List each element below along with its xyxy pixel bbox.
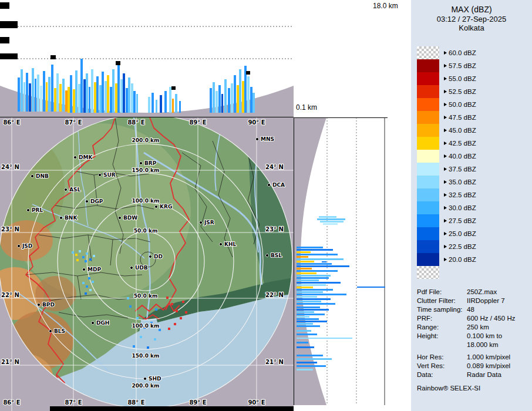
echo-pixel	[92, 281, 94, 283]
echo-pixel	[221, 94, 223, 113]
scale-label: 25.0 dBZ	[449, 230, 476, 237]
info-row: Time sampling:48	[417, 305, 532, 314]
info-key: Data:	[417, 370, 467, 379]
scale-tick-icon	[444, 64, 447, 68]
echo-pixel	[297, 316, 309, 318]
scale-tick-icon	[444, 129, 447, 132]
echo-pixel	[319, 216, 336, 218]
echo-pixel	[80, 59, 83, 113]
echo-pixel	[242, 81, 244, 113]
echo-pixel	[50, 55, 56, 59]
echo-pixel	[297, 318, 319, 320]
scale-swatch	[417, 150, 439, 163]
echo-pixel	[65, 90, 68, 112]
echo-pixel	[168, 328, 170, 330]
max-projection-ew-panel[interactable]	[0, 0, 294, 117]
lon-label: 88° E	[127, 119, 144, 126]
station-name: Kolkata	[417, 23, 526, 32]
echo-pixel	[297, 279, 319, 281]
echo-pixel	[297, 258, 344, 260]
echo-pixel	[73, 89, 75, 113]
scale-row: 42.5 dBZ	[417, 137, 532, 150]
echo-pixel	[297, 365, 326, 367]
scale-row: 45.0 dBZ	[417, 124, 532, 137]
scale-swatch	[417, 137, 439, 150]
lon-label: 90° E	[248, 399, 265, 406]
echo-pixel	[88, 277, 90, 279]
axis-label-block	[0, 53, 18, 59]
scale-row: 22.5 dBZ	[417, 240, 532, 253]
echo-pixel	[156, 100, 157, 113]
echo-pixel	[250, 87, 252, 113]
echo-pixel	[246, 71, 250, 75]
scale-row: 57.5 dBZ	[417, 59, 532, 72]
city-label: JSR	[204, 220, 214, 225]
echo-pixel	[172, 99, 174, 113]
echo-pixel	[151, 93, 154, 113]
scale-swatch	[417, 188, 439, 201]
scale-swatch	[417, 240, 439, 253]
echo-pixel	[117, 63, 120, 113]
min-height-label: 0.1 km	[296, 103, 317, 112]
lon-label: 88° E	[127, 399, 144, 406]
echo-pixel	[297, 362, 317, 363]
scale-row: 52.5 dBZ	[417, 85, 532, 98]
echo-pixel	[297, 355, 323, 356]
echo-pixel	[155, 308, 157, 311]
scale-tick-icon	[444, 206, 447, 210]
product-title: MAX (dBZ)	[417, 5, 526, 15]
lat-label: 22° N	[1, 292, 19, 298]
echo-pixel	[216, 91, 218, 113]
echo-pixel	[82, 282, 85, 284]
echo-pixel	[120, 79, 123, 113]
scale-label: 37.5 dBZ	[449, 166, 476, 173]
legend-panel: MAX (dBZ) 03:12 / 27-Sep-2025 Kolkata 60…	[411, 0, 532, 411]
info-row: Clutter Filter:IIRDoppler 7	[417, 297, 532, 305]
echo-pixel	[133, 91, 136, 113]
scale-label: 57.5 dBZ	[449, 62, 476, 69]
echo-pixel	[176, 310, 178, 312]
scale-row	[417, 266, 532, 279]
echo-pixel	[231, 83, 233, 113]
info-row: 18.000 km	[417, 341, 532, 349]
range-ring-label: 200.0 km	[132, 137, 160, 143]
info-key: Time sampling:	[417, 305, 467, 314]
lat-label: 21° N	[265, 359, 284, 365]
echo-pixel	[59, 84, 62, 112]
city-label: BNK	[65, 215, 78, 221]
lat-label: 23° N	[265, 226, 284, 233]
echo-pixel	[136, 94, 138, 113]
echo-pixel	[297, 298, 331, 300]
echo-pixel	[297, 309, 329, 311]
scale-label: 40.0 dBZ	[449, 153, 476, 160]
city-label: MDP	[87, 267, 101, 272]
city-label: UDB	[135, 265, 148, 271]
lat-label: 23° N	[1, 226, 19, 233]
scale-tick-icon	[444, 167, 447, 171]
scale-row: 20.0 dBZ	[417, 253, 532, 266]
radar-map-panel[interactable]: 86° E86° E87° E87° E88° E88° E89° E89° E…	[0, 117, 294, 411]
echo-pixel	[297, 321, 327, 322]
echo-pixel	[297, 325, 320, 327]
scale-swatch	[417, 59, 439, 72]
echo-pixel	[297, 275, 331, 277]
echo-pixel	[48, 77, 50, 112]
scale-row: 50.0 dBZ	[417, 98, 532, 111]
info-value: 1.000 km/pixel	[467, 353, 510, 362]
echo-pixel	[297, 323, 313, 325]
city-label: DGH	[96, 320, 109, 326]
scale-row: 27.5 dBZ	[417, 214, 532, 227]
echo-pixel	[297, 256, 308, 258]
info-key: Vert Res:	[417, 362, 467, 370]
echo-pixel	[89, 258, 92, 261]
scale-swatch	[417, 85, 439, 98]
scale-label: 60.0 dBZ	[449, 49, 476, 56]
echo-pixel	[297, 358, 332, 360]
echo-pixel	[54, 88, 56, 112]
color-scale: 60.0 dBZ57.5 dBZ55.0 dBZ52.5 dBZ50.0 dBZ…	[417, 46, 532, 279]
max-projection-ns-panel[interactable]	[294, 117, 388, 405]
scale-swatch	[417, 111, 439, 124]
echo-pixel	[297, 247, 323, 248]
scale-label: 35.0 dBZ	[449, 178, 476, 186]
echo-pixel	[86, 252, 88, 255]
